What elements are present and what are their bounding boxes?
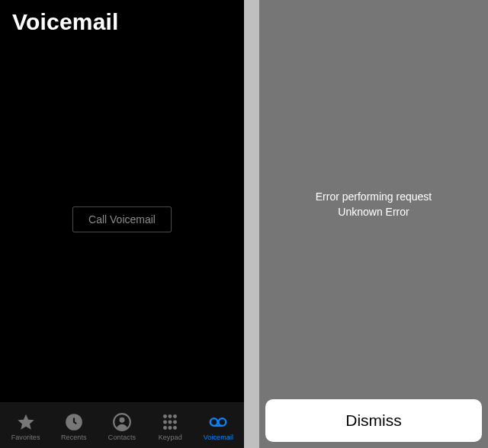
dismiss-button[interactable]: Dismiss [265, 399, 482, 442]
svg-point-7 [169, 420, 172, 424]
tab-label-voicemail: Voicemail [204, 434, 233, 441]
voicemail-icon [208, 412, 228, 432]
svg-point-3 [163, 414, 167, 418]
error-line-1: Error performing request [316, 190, 432, 205]
svg-point-10 [169, 426, 172, 430]
call-voicemail-button[interactable]: Call Voicemail [72, 206, 172, 232]
tab-favorites[interactable]: Favorites [2, 412, 50, 441]
tab-contacts[interactable]: Contacts [98, 412, 146, 441]
divider-strip [244, 0, 259, 448]
svg-point-12 [210, 418, 218, 426]
svg-point-2 [120, 417, 125, 422]
star-icon [16, 412, 36, 432]
tab-label-contacts: Contacts [108, 434, 136, 441]
tab-keypad[interactable]: Keypad [146, 412, 194, 441]
svg-point-6 [163, 420, 167, 424]
tab-label-favorites: Favorites [11, 434, 40, 441]
tab-label-recents: Recents [61, 434, 87, 441]
error-dialog-screen: Error performing request Unknown Error D… [259, 0, 488, 448]
person-circle-icon [112, 412, 132, 432]
content-area: Call Voicemail [0, 44, 244, 402]
tab-voicemail[interactable]: Voicemail [194, 412, 242, 441]
svg-point-9 [163, 426, 167, 430]
header: Voicemail [0, 0, 244, 44]
tab-bar: Favorites Recents Contacts Keypad [0, 402, 244, 448]
voicemail-screen: Voicemail Call Voicemail Favorites Recen… [0, 0, 244, 448]
error-line-2: Unknown Error [316, 205, 432, 220]
svg-point-11 [173, 426, 177, 430]
error-message: Error performing request Unknown Error [316, 190, 432, 219]
svg-point-4 [169, 414, 172, 418]
tab-label-keypad: Keypad [159, 434, 182, 441]
svg-point-5 [173, 414, 177, 418]
svg-point-13 [219, 418, 226, 426]
svg-point-8 [173, 420, 177, 424]
tab-recents[interactable]: Recents [50, 412, 98, 441]
keypad-icon [160, 412, 180, 432]
page-title: Voicemail [12, 9, 232, 35]
clock-icon [64, 412, 84, 432]
